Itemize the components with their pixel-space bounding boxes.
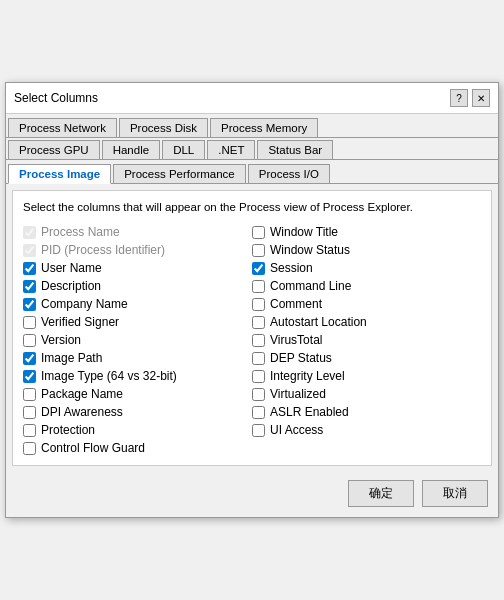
tab-handle[interactable]: Handle — [102, 140, 160, 159]
left-checkbox-row: PID (Process Identifier) — [23, 243, 252, 257]
right-checkbox-row: DEP Status — [252, 351, 481, 365]
checkbox-image-type-64-vs-32-bit[interactable] — [23, 370, 36, 383]
checkbox-label[interactable]: Virtualized — [270, 387, 326, 401]
left-checkbox-row: Process Name — [23, 225, 252, 239]
checkbox-ui-access[interactable] — [252, 424, 265, 437]
left-checkbox-row: DPI Awareness — [23, 405, 252, 419]
checkbox-version[interactable] — [23, 334, 36, 347]
checkbox-label[interactable]: DPI Awareness — [41, 405, 123, 419]
checkbox-window-title[interactable] — [252, 226, 265, 239]
content-area: Select the columns that will appear on t… — [12, 190, 492, 466]
checkbox-label[interactable]: Package Name — [41, 387, 123, 401]
checkbox-label[interactable]: Version — [41, 333, 81, 347]
checkbox-user-name[interactable] — [23, 262, 36, 275]
tab-process-performance[interactable]: Process Performance — [113, 164, 246, 183]
checkbox-label[interactable]: User Name — [41, 261, 102, 275]
checkbox-aslr-enabled[interactable] — [252, 406, 265, 419]
checkbox-label[interactable]: Description — [41, 279, 101, 293]
checkbox-label[interactable]: Integrity Level — [270, 369, 345, 383]
close-button[interactable]: ✕ — [472, 89, 490, 107]
checkbox-integrity-level[interactable] — [252, 370, 265, 383]
checkbox-virtualized[interactable] — [252, 388, 265, 401]
right-checkbox-row: Window Status — [252, 243, 481, 257]
tabs-row-1: Process NetworkProcess DiskProcess Memor… — [6, 114, 498, 138]
help-button[interactable]: ? — [450, 89, 468, 107]
checkbox-label[interactable]: Window Status — [270, 243, 350, 257]
checkbox-dpi-awareness[interactable] — [23, 406, 36, 419]
left-checkbox-row: Description — [23, 279, 252, 293]
tab-process-gpu[interactable]: Process GPU — [8, 140, 100, 159]
checkbox-window-status[interactable] — [252, 244, 265, 257]
tab-status-bar[interactable]: Status Bar — [257, 140, 333, 159]
footer: 确定 取消 — [6, 472, 498, 517]
checkbox-virustotal[interactable] — [252, 334, 265, 347]
right-checkbox-row: Autostart Location — [252, 315, 481, 329]
left-checkbox-row: Version — [23, 333, 252, 347]
right-checkbox-row: Integrity Level — [252, 369, 481, 383]
left-column: Process NamePID (Process Identifier)User… — [23, 225, 252, 455]
checkbox-label: Process Name — [41, 225, 120, 239]
tab-.net[interactable]: .NET — [207, 140, 255, 159]
left-checkbox-row: Image Type (64 vs 32-bit) — [23, 369, 252, 383]
checkbox-label[interactable]: VirusTotal — [270, 333, 322, 347]
tabs-row-2: Process GPUHandleDLL.NETStatus Bar — [6, 138, 498, 160]
checkbox-label[interactable]: Autostart Location — [270, 315, 367, 329]
left-checkbox-row: Company Name — [23, 297, 252, 311]
tab-process-i/o[interactable]: Process I/O — [248, 164, 330, 183]
tab-process-disk[interactable]: Process Disk — [119, 118, 208, 137]
right-checkbox-row: Comment — [252, 297, 481, 311]
checkbox-image-path[interactable] — [23, 352, 36, 365]
checkbox-label[interactable]: Image Type (64 vs 32-bit) — [41, 369, 177, 383]
left-checkbox-row: Image Path — [23, 351, 252, 365]
right-checkbox-row: Command Line — [252, 279, 481, 293]
checkbox-label[interactable]: Verified Signer — [41, 315, 119, 329]
left-checkbox-row: Verified Signer — [23, 315, 252, 329]
cancel-button[interactable]: 取消 — [422, 480, 488, 507]
title-buttons: ? ✕ — [450, 89, 490, 107]
right-checkbox-row: ASLR Enabled — [252, 405, 481, 419]
checkbox-label[interactable]: Company Name — [41, 297, 128, 311]
dialog: Select Columns ? ✕ Process NetworkProces… — [5, 82, 499, 518]
left-checkbox-row: Package Name — [23, 387, 252, 401]
tab-process-memory[interactable]: Process Memory — [210, 118, 318, 137]
checkbox-label[interactable]: ASLR Enabled — [270, 405, 349, 419]
right-checkbox-row: Session — [252, 261, 481, 275]
checkbox-command-line[interactable] — [252, 280, 265, 293]
checkbox-autostart-location[interactable] — [252, 316, 265, 329]
checkbox-label[interactable]: Protection — [41, 423, 95, 437]
right-checkbox-row: Window Title — [252, 225, 481, 239]
checkbox-package-name[interactable] — [23, 388, 36, 401]
tabs-row-3: Process ImageProcess PerformanceProcess … — [6, 160, 498, 184]
checkbox-dep-status[interactable] — [252, 352, 265, 365]
title-bar-left: Select Columns — [14, 91, 98, 105]
ok-button[interactable]: 确定 — [348, 480, 414, 507]
checkbox-label[interactable]: Command Line — [270, 279, 351, 293]
checkbox-verified-signer[interactable] — [23, 316, 36, 329]
checkbox-label[interactable]: Window Title — [270, 225, 338, 239]
left-checkbox-row: User Name — [23, 261, 252, 275]
checkbox-label[interactable]: Comment — [270, 297, 322, 311]
right-checkbox-row: Virtualized — [252, 387, 481, 401]
checkbox-label[interactable]: UI Access — [270, 423, 323, 437]
checkbox-pid-process-identifier — [23, 244, 36, 257]
checkbox-protection[interactable] — [23, 424, 36, 437]
columns-container: Process NamePID (Process Identifier)User… — [23, 225, 481, 455]
checkbox-process-name — [23, 226, 36, 239]
left-checkbox-row: Protection — [23, 423, 252, 437]
tab-process-network[interactable]: Process Network — [8, 118, 117, 137]
checkbox-comment[interactable] — [252, 298, 265, 311]
checkbox-session[interactable] — [252, 262, 265, 275]
checkbox-label[interactable]: Image Path — [41, 351, 102, 365]
right-checkbox-row: VirusTotal — [252, 333, 481, 347]
left-checkbox-row: Control Flow Guard — [23, 441, 252, 455]
checkbox-label[interactable]: Session — [270, 261, 313, 275]
tab-process-image[interactable]: Process Image — [8, 164, 111, 184]
right-column: Window TitleWindow StatusSessionCommand … — [252, 225, 481, 455]
checkbox-label[interactable]: Control Flow Guard — [41, 441, 145, 455]
tab-dll[interactable]: DLL — [162, 140, 205, 159]
checkbox-description[interactable] — [23, 280, 36, 293]
checkbox-company-name[interactable] — [23, 298, 36, 311]
checkbox-label[interactable]: DEP Status — [270, 351, 332, 365]
checkbox-label: PID (Process Identifier) — [41, 243, 165, 257]
checkbox-control-flow-guard[interactable] — [23, 442, 36, 455]
